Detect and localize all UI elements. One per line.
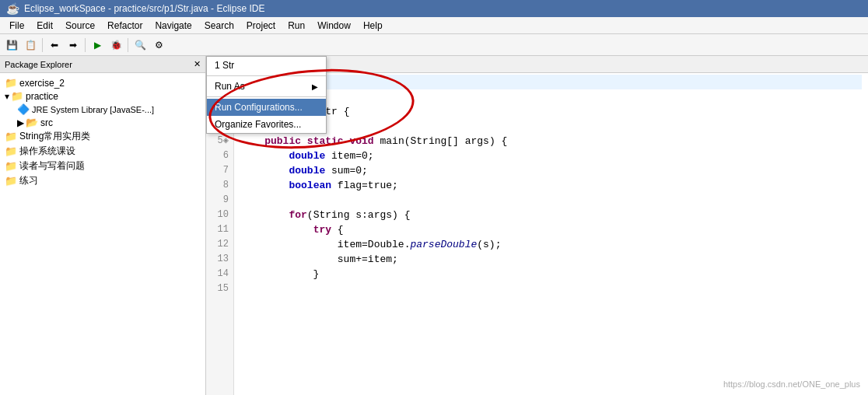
debug-btn[interactable]: 🐞 (107, 37, 124, 54)
src-icon: 📂 (26, 117, 38, 128)
eclipse-icon: ☕ (6, 2, 19, 15)
code-line (240, 89, 862, 104)
code-line (240, 281, 862, 296)
ctx-item-runas[interactable]: Run As ▶ (207, 78, 326, 95)
code-line: boolean flag=true; (240, 178, 862, 193)
tree-item-src[interactable]: ▶ 📂 src (0, 116, 205, 129)
tree-item-os[interactable]: 📁 操作系统课设 (0, 144, 205, 159)
code-line: item=Double.parseDouble(s); (240, 237, 862, 252)
package-explorer-close[interactable]: ✕ (194, 59, 201, 69)
title-bar: ☕ Eclipse_workSpace - practice/src/p1/St… (0, 0, 868, 17)
menu-run[interactable]: Run (282, 19, 311, 33)
ctx-item-label: 1 Str (215, 60, 234, 71)
context-menu-area: 1 Str Run As ▶ Run Configurations... Org… (206, 56, 327, 134)
code-line: double item=0; (240, 149, 862, 163)
folder-icon: 📁 (11, 90, 23, 102)
menu-bar: File Edit Source Refactor Navigate Searc… (0, 17, 868, 34)
tree-label: JRE System Library [JavaSE-...] (32, 105, 154, 114)
toolbar-btn-2[interactable]: 📋 (22, 37, 39, 54)
code-line: } (240, 267, 862, 281)
folder-icon: 📁 (5, 175, 17, 187)
folder-icon: 📁 (5, 145, 17, 157)
tree-item-jre[interactable]: 🔷 JRE System Library [JavaSE-...] (0, 103, 205, 116)
folder-icon: 📁 (5, 77, 17, 89)
code-line: try { (240, 222, 862, 237)
menu-navigate[interactable]: Navigate (149, 19, 198, 33)
watermark: https://blog.csdn.net/ONE_one_plus (723, 379, 860, 389)
tree-label: src (40, 117, 53, 128)
ctx-item-1str[interactable]: 1 Str (207, 57, 326, 74)
tree-label: 练习 (19, 174, 38, 187)
tree-item-string[interactable]: 📁 String常用实用类 (0, 129, 205, 144)
code-line: public class Str { (240, 104, 862, 119)
toolbar-btn-3[interactable]: ⬅ (46, 37, 63, 54)
tree-label: exercise_2 (19, 78, 65, 89)
menu-project[interactable]: Project (240, 19, 282, 33)
menu-source[interactable]: Source (59, 19, 101, 33)
main-area: Package Explorer ✕ 📁 exercise_2 ▾ 📁 prac… (0, 56, 868, 395)
folder-icon: 📁 (5, 160, 17, 172)
menu-search[interactable]: Search (198, 19, 240, 33)
toolbar-sep-2 (85, 38, 86, 52)
context-menu: 1 Str Run As ▶ Run Configurations... Org… (206, 56, 327, 134)
ctx-item-label: Organize Favorites... (215, 119, 301, 130)
menu-help[interactable]: Help (357, 19, 389, 33)
lib-icon: 🔷 (17, 103, 30, 115)
tree-label: 操作系统课设 (19, 145, 75, 158)
toolbar-btn-4[interactable]: ➡ (65, 37, 82, 54)
ctx-item-runconfigs[interactable]: Run Configurations... (207, 99, 326, 116)
tree-item-lx[interactable]: 📁 练习 (0, 173, 205, 188)
tree-item-exercise2[interactable]: 📁 exercise_2 (0, 76, 205, 89)
run-btn[interactable]: ▶ (89, 37, 106, 54)
tree-item-practice[interactable]: ▾ 📁 practice (0, 89, 205, 103)
title-text: Eclipse_workSpace - practice/src/p1/Str.… (24, 3, 264, 14)
ctx-item-orgfav[interactable]: Organize Favorites... (207, 116, 326, 133)
folder-icon: 📁 (5, 131, 17, 142)
menu-window[interactable]: Window (311, 19, 357, 33)
ctx-item-label: Run As (215, 81, 245, 92)
expand-icon: ▶ (17, 117, 24, 128)
package-explorer-header: Package Explorer ✕ (0, 56, 205, 73)
package-explorer-title: Package Explorer (5, 60, 72, 69)
ctx-separator (207, 75, 326, 76)
toolbar-sep-1 (42, 38, 43, 52)
package-explorer: Package Explorer ✕ 📁 exercise_2 ▾ 📁 prac… (0, 56, 206, 395)
toolbar-sep-3 (128, 38, 128, 52)
package-tree: 📁 exercise_2 ▾ 📁 practice 🔷 JRE System L… (0, 73, 205, 395)
toolbar-btn-1[interactable]: 💾 (3, 37, 20, 54)
submenu-arrow-icon: ▶ (312, 82, 318, 91)
tree-label: String常用实用类 (19, 130, 90, 143)
toolbar-btn-5[interactable]: 🔍 (131, 37, 149, 54)
ctx-separator (207, 96, 326, 97)
menu-refactor[interactable]: Refactor (101, 19, 149, 33)
code-line: double sum=0; (240, 163, 862, 178)
tree-label: practice (26, 91, 58, 102)
code-line: public static void main(String[] args) { (240, 134, 862, 149)
code-line: sum+=item; (240, 252, 862, 267)
code-line (240, 193, 862, 208)
menu-edit[interactable]: Edit (30, 19, 59, 33)
toolbar: 💾 📋 ⬅ ➡ ▶ 🐞 🔍 ⚙ (0, 34, 868, 56)
expand-icon: ▾ (5, 91, 9, 102)
code-content[interactable]: package p1; public class Str { public st… (234, 73, 868, 395)
tree-item-rw[interactable]: 📁 读者与写着问题 (0, 159, 205, 173)
tree-label: 读者与写着问题 (19, 159, 85, 173)
code-line: for(String s:args) { (240, 208, 862, 222)
code-line (240, 119, 862, 134)
menu-file[interactable]: File (3, 19, 30, 33)
code-line: package p1; (240, 75, 862, 89)
toolbar-btn-6[interactable]: ⚙ (150, 37, 167, 54)
ctx-item-label: Run Configurations... (215, 102, 303, 113)
